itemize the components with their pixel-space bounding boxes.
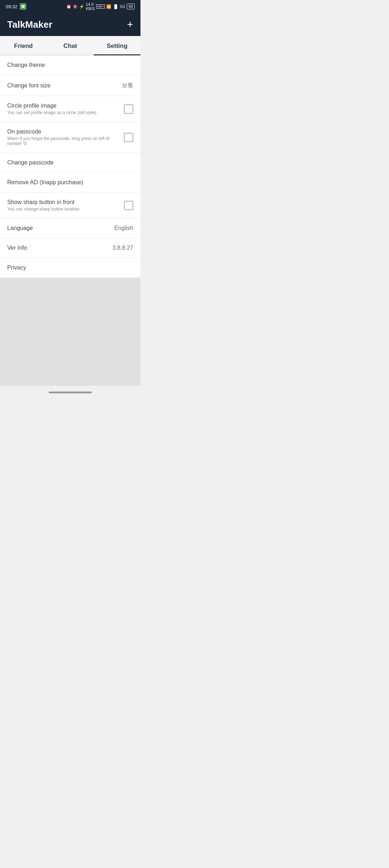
- add-button[interactable]: +: [127, 19, 133, 30]
- setting-left-circle-profile-image: Circle profile imageYou can set profile …: [7, 103, 120, 115]
- setting-label-change-font-size: Change font size: [7, 82, 117, 89]
- setting-label-circle-profile-image: Circle profile image: [7, 103, 120, 109]
- checkbox-show-sharp-button[interactable]: [124, 201, 133, 210]
- data-speed: 14.0KB/S: [86, 2, 95, 11]
- setting-left-change-passcode: Change passcode: [7, 159, 133, 166]
- status-right: ⏰ 🔇 ⚡ 14.0KB/S HD+ 📶 ▐▌ 5G 99: [66, 2, 135, 11]
- signal-icon: ▐▌: [113, 4, 119, 9]
- tab-chat[interactable]: Chat: [47, 36, 94, 55]
- setting-sublabel-circle-profile-image: You can set profile image as a circle (o…: [7, 110, 120, 115]
- setting-left-change-font-size: Change font size: [7, 82, 117, 89]
- setting-label-remove-ad: Remove AD (Inapp purchase): [7, 179, 133, 186]
- setting-label-language: Language: [7, 225, 110, 231]
- setting-left-ver-info: Ver Info: [7, 245, 108, 251]
- setting-item-show-sharp-button[interactable]: Show sharp button in frontYou can change…: [0, 193, 140, 218]
- setting-label-ver-info: Ver Info: [7, 245, 108, 251]
- wifi-icon: 📶: [106, 4, 111, 9]
- setting-item-change-theme[interactable]: Change theme: [0, 55, 140, 75]
- settings-list: Change themeChange font size보통Circle pro…: [0, 55, 140, 278]
- app-title: TalkMaker: [7, 19, 52, 30]
- nav-bar: [0, 386, 140, 399]
- setting-item-privacy[interactable]: Privacy: [0, 258, 140, 278]
- setting-sublabel-show-sharp-button: You can change sharp button location.: [7, 207, 120, 212]
- alarm-icon: ⏰: [66, 4, 71, 9]
- time-display: 09:32: [6, 4, 18, 9]
- setting-item-ver-info[interactable]: Ver Info3.8.8.27: [0, 238, 140, 258]
- setting-value-change-font-size: 보통: [122, 82, 133, 89]
- nav-pill: [49, 392, 92, 393]
- setting-label-privacy: Privacy: [7, 265, 133, 271]
- setting-label-change-passcode: Change passcode: [7, 159, 133, 166]
- setting-left-remove-ad: Remove AD (Inapp purchase): [7, 179, 133, 186]
- tab-bar: Friend Chat Setting: [0, 36, 140, 55]
- tab-friend[interactable]: Friend: [0, 36, 47, 55]
- setting-left-on-passcode: On passcodeWarn! if you forgot the passc…: [7, 128, 120, 146]
- setting-sublabel-on-passcode: Warn! if you forgot the passcode, long p…: [7, 136, 120, 146]
- tab-setting[interactable]: Setting: [94, 36, 140, 55]
- setting-item-language[interactable]: LanguageEnglish: [0, 218, 140, 238]
- setting-value-ver-info: 3.8.8.27: [112, 245, 133, 251]
- checkbox-circle-profile-image[interactable]: [124, 104, 133, 114]
- setting-item-change-font-size[interactable]: Change font size보통: [0, 75, 140, 96]
- notification-icon: 💬: [20, 3, 26, 10]
- setting-item-change-passcode[interactable]: Change passcode: [0, 153, 140, 173]
- setting-left-language: Language: [7, 225, 110, 231]
- setting-left-change-theme: Change theme: [7, 62, 133, 68]
- status-bar: 09:32 💬 ⏰ 🔇 ⚡ 14.0KB/S HD+ 📶 ▐▌ 5G 99: [0, 0, 140, 13]
- bottom-area: [0, 278, 140, 386]
- status-left: 09:32 💬: [6, 3, 26, 10]
- bluetooth-icon: ⚡: [79, 4, 84, 9]
- signal2-icon: 5G: [120, 4, 125, 9]
- setting-left-privacy: Privacy: [7, 265, 133, 271]
- setting-item-circle-profile-image[interactable]: Circle profile imageYou can set profile …: [0, 96, 140, 122]
- setting-left-show-sharp-button: Show sharp button in frontYou can change…: [7, 199, 120, 212]
- setting-label-show-sharp-button: Show sharp button in front: [7, 199, 120, 205]
- checkbox-on-passcode[interactable]: [124, 133, 133, 142]
- mute-icon: 🔇: [73, 4, 78, 9]
- setting-label-on-passcode: On passcode: [7, 128, 120, 135]
- hd-badge: HD+: [96, 4, 105, 9]
- setting-item-remove-ad[interactable]: Remove AD (Inapp purchase): [0, 173, 140, 193]
- app-header: TalkMaker +: [0, 13, 140, 36]
- setting-item-on-passcode[interactable]: On passcodeWarn! if you forgot the passc…: [0, 122, 140, 153]
- setting-value-language: English: [115, 225, 133, 231]
- battery-icon: 99: [127, 4, 135, 9]
- setting-label-change-theme: Change theme: [7, 62, 133, 68]
